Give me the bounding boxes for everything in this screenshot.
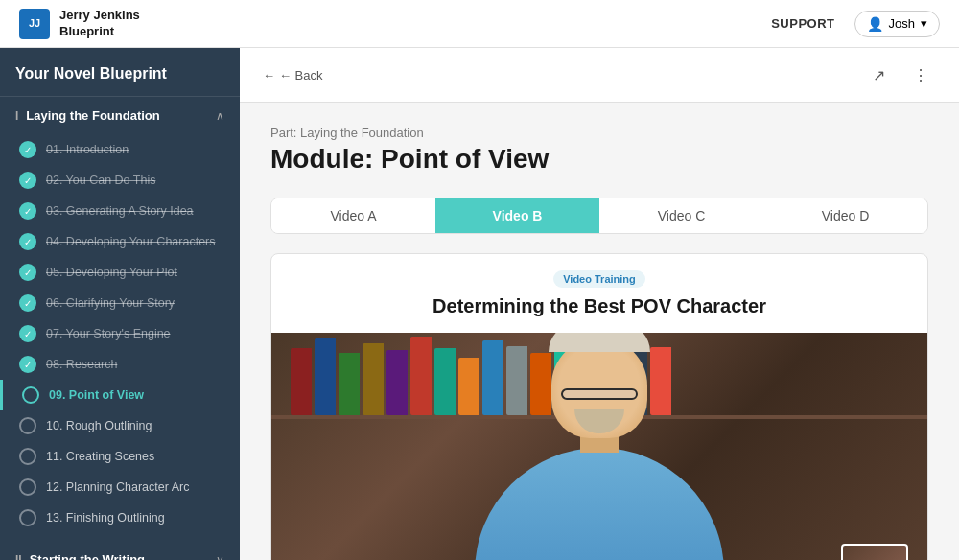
more-options-button[interactable]: ⋮ [905, 59, 936, 90]
back-button[interactable]: ← ← Back [263, 68, 323, 82]
back-arrow-icon: ← [263, 68, 275, 82]
section-header-left-2: II Starting the Writing [15, 552, 145, 560]
lesson-item[interactable]: ✓ 03. Generating A Story Idea [0, 196, 240, 226]
main-layout: Your Novel Blueprint I Laying the Founda… [0, 48, 959, 560]
presenter-body [475, 448, 724, 560]
check-icon: ✓ [19, 264, 36, 281]
logo-icon: JJ [19, 9, 50, 39]
lesson-item[interactable]: ✓ 05. Developing Your Plot [0, 257, 240, 288]
sidebar-title: Your Novel Blueprint [0, 48, 240, 97]
circle-icon [19, 448, 36, 465]
presenter-hair [549, 333, 650, 352]
circle-icon [19, 478, 36, 496]
lesson-item[interactable]: 10. Rough Outlining [0, 410, 240, 441]
lesson-item[interactable]: 13. Finishing Outlining [0, 502, 240, 533]
lesson-item[interactable]: ✓ 01. Introduction [0, 134, 240, 165]
video-thumbnail[interactable] [271, 333, 927, 560]
video-title: Determining the Best POV Character [271, 295, 927, 333]
user-icon: 👤 [867, 16, 883, 32]
lesson-item[interactable]: ✓ 02. You Can Do This [0, 165, 240, 196]
logo-text: Jerry Jenkins Blueprint [59, 8, 140, 40]
lesson-item[interactable]: ✓ 07. Your Story's Engine [0, 318, 240, 349]
lesson-item-active[interactable]: 09. Point of View [0, 380, 240, 410]
video-card: Video Training Determining the Best POV … [270, 253, 928, 560]
check-icon: ✓ [19, 141, 36, 158]
section-starting-writing[interactable]: II Starting the Writing ∨ [0, 541, 240, 560]
part-label: Part: Laying the Foundation [270, 126, 928, 140]
user-name: Josh [889, 16, 915, 31]
chevron-up-icon: ∧ [216, 109, 224, 123]
module-title: Module: Point of View [270, 144, 928, 175]
user-chevron-icon: ▾ [921, 16, 927, 31]
section-laying-foundation[interactable]: I Laying the Foundation ∧ [0, 97, 240, 134]
check-icon: ✓ [19, 356, 36, 373]
video-badge: Video Training [553, 270, 645, 288]
video-tabs: Video A Video B Video C Video D [270, 198, 928, 234]
section-label-2: Starting the Writing [30, 552, 145, 560]
user-menu-button[interactable]: 👤 Josh ▾ [854, 11, 940, 37]
check-icon: ✓ [19, 172, 36, 189]
section-header-left: I Laying the Foundation [15, 108, 160, 123]
content-area: ← ← Back ↗ ⋮ Part: Laying the Foundation… [240, 48, 959, 560]
check-icon: ✓ [19, 294, 36, 312]
tab-video-a[interactable]: Video A [271, 198, 435, 233]
section-roman-1: I [15, 109, 18, 123]
check-icon: ✓ [19, 233, 36, 250]
circle-icon [22, 386, 39, 404]
lesson-item[interactable]: ✓ 06. Clarifying Your Story [0, 288, 240, 318]
back-label: ← Back [279, 68, 323, 82]
picture-in-picture [841, 544, 908, 560]
section-label-1: Laying the Foundation [26, 108, 159, 123]
tab-video-b[interactable]: Video B [435, 198, 599, 233]
app-header: JJ Jerry Jenkins Blueprint SUPPORT 👤 Jos… [0, 0, 959, 48]
tab-video-d[interactable]: Video D [763, 198, 927, 233]
presenter-figure [456, 352, 743, 560]
lesson-item[interactable]: 12. Planning Character Arc [0, 472, 240, 502]
lesson-item[interactable]: 11. Creating Scenes [0, 441, 240, 472]
top-bar-actions: ↗ ⋮ [863, 59, 936, 90]
presenter-glasses [561, 388, 638, 400]
circle-icon [19, 509, 36, 526]
sidebar: Your Novel Blueprint I Laying the Founda… [0, 48, 240, 560]
check-icon: ✓ [19, 202, 36, 220]
content-inner: Part: Laying the Foundation Module: Poin… [240, 103, 959, 560]
logo: JJ Jerry Jenkins Blueprint [19, 8, 140, 40]
lesson-item[interactable]: ✓ 08. Research [0, 349, 240, 380]
header-right: SUPPORT 👤 Josh ▾ [771, 11, 940, 37]
check-icon: ✓ [19, 325, 36, 342]
tab-video-c[interactable]: Video C [599, 198, 763, 233]
chart-button[interactable]: ↗ [863, 59, 894, 90]
chevron-down-icon: ∨ [216, 553, 224, 561]
top-bar: ← ← Back ↗ ⋮ [240, 48, 959, 103]
support-link[interactable]: SUPPORT [771, 16, 834, 31]
circle-icon [19, 417, 36, 434]
section-roman-2: II [15, 553, 22, 561]
video-badge-row: Video Training [271, 254, 927, 295]
lesson-item[interactable]: ✓ 04. Developing Your Characters [0, 226, 240, 257]
